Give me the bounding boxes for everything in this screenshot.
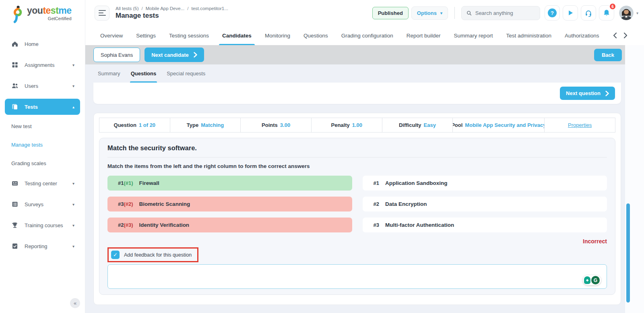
sidebar-item-new-test[interactable]: New test xyxy=(5,119,80,133)
breadcrumb-all-tests[interactable]: All tests (5) xyxy=(116,6,139,11)
tab-scroll-left-button[interactable] xyxy=(613,32,617,39)
back-button[interactable]: Back xyxy=(594,49,622,61)
meta-type: Type Matching xyxy=(170,118,241,132)
menu-icon xyxy=(99,10,106,11)
match-right-item: #2 Data Encryption xyxy=(363,197,607,211)
tab-overview[interactable]: Overview xyxy=(100,26,123,45)
help-button[interactable]: ? xyxy=(545,5,560,21)
subtab-questions[interactable]: Questions xyxy=(131,64,157,83)
sidebar-item-assignments[interactable]: Assignments ▾ xyxy=(5,57,80,73)
search-box xyxy=(461,6,540,20)
tab-authorizations[interactable]: Authorizations xyxy=(565,26,599,45)
question-title: Match the security software. xyxy=(107,144,607,152)
breadcrumb-pool[interactable]: Mobile App Deve... xyxy=(146,6,185,11)
chevron-down-icon: ▾ xyxy=(72,202,74,207)
meta-difficulty: Difficulty Easy xyxy=(382,118,453,132)
sidebar-item-tests[interactable]: Tests ▴ xyxy=(5,99,80,115)
notifications-button[interactable]: 6 xyxy=(599,5,614,21)
menu-toggle-button[interactable] xyxy=(95,6,109,21)
tab-settings[interactable]: Settings xyxy=(136,26,156,45)
tab-monitoring[interactable]: Monitoring xyxy=(265,26,290,45)
sidebar-item-label: New test xyxy=(11,123,32,129)
bell-icon xyxy=(603,9,611,17)
tab-report-builder[interactable]: Report builder xyxy=(407,26,441,45)
sidebar-item-reporting[interactable]: Reporting ▾ xyxy=(5,238,80,254)
chevron-up-icon: ▴ xyxy=(72,105,74,109)
subtab-special-requests[interactable]: Special requests xyxy=(167,64,205,83)
topbar-actions: Published Options ▾ ? xyxy=(372,5,638,21)
sidebar-item-label: Home xyxy=(25,41,39,47)
chevron-right-icon xyxy=(605,91,609,96)
question-meta-bar: Question 1 of 20 Type Matching Points 3.… xyxy=(99,118,615,133)
tab-scroll-right-button[interactable] xyxy=(623,32,628,39)
tests-icon xyxy=(11,103,19,110)
chevron-left-icon xyxy=(613,32,617,39)
brand-subtitle: GetCertified xyxy=(48,16,72,21)
user-menu-chevron-icon[interactable]: ▾ xyxy=(636,11,638,15)
assignments-icon xyxy=(11,61,19,68)
feedback-checkbox[interactable]: ✓ xyxy=(111,251,120,259)
topbar: All tests (5) / Mobile App Deve... / tes… xyxy=(85,0,644,26)
sidebar-item-manage-tests[interactable]: Manage tests xyxy=(5,137,80,152)
brand-me: me xyxy=(58,5,71,16)
properties-link[interactable]: Properties xyxy=(568,122,592,128)
breadcrumb: All tests (5) / Mobile App Deve... / tes… xyxy=(116,6,228,11)
options-button[interactable]: Options ▾ xyxy=(411,6,448,20)
page-title: Manage tests xyxy=(116,12,228,20)
tab-questions[interactable]: Questions xyxy=(303,26,328,45)
status-badge: Published xyxy=(372,7,409,19)
grammarly-icon[interactable]: G xyxy=(591,276,600,284)
breadcrumb-separator: / xyxy=(142,6,143,11)
brand-st: st xyxy=(51,5,58,16)
meta-question: Question 1 of 20 xyxy=(99,118,170,132)
sidebar-collapse-button[interactable]: « xyxy=(70,298,80,308)
avatar-image xyxy=(619,6,634,20)
candidate-name-chip[interactable]: Sophia Evans xyxy=(93,48,140,62)
tab-candidates[interactable]: Candidates xyxy=(222,26,252,45)
user-avatar[interactable] xyxy=(619,6,634,20)
meta-properties: Properties xyxy=(545,118,615,132)
divider xyxy=(107,157,607,158)
chevron-down-icon: ▾ xyxy=(72,63,74,67)
chevron-down-icon: ▾ xyxy=(72,223,74,228)
scrollbar-thumb[interactable] xyxy=(626,203,630,303)
subtab-summary[interactable]: Summary xyxy=(98,64,120,83)
match-right-item: #3 Multi-factor Authentication xyxy=(363,218,607,232)
testing-center-icon xyxy=(11,180,19,187)
sidebar-item-training-courses[interactable]: Training courses ▾ xyxy=(5,217,80,233)
meta-points: Points 3.00 xyxy=(241,118,312,132)
next-question-button[interactable]: Next question xyxy=(560,87,615,100)
answer-result-label: Incorrect xyxy=(107,238,607,245)
headset-icon xyxy=(584,9,592,17)
sidebar-item-users[interactable]: Users ▾ xyxy=(5,78,80,94)
search-input[interactable] xyxy=(475,10,535,16)
feedback-editor: ◆ G xyxy=(107,264,607,289)
scrollbar-track xyxy=(625,45,644,313)
main-area: All tests (5) / Mobile App Deve... / tes… xyxy=(85,0,644,313)
question-nav-card: Next question xyxy=(93,83,621,104)
tutorial-button[interactable] xyxy=(563,5,578,21)
grammarly-suggestion-icon[interactable]: ◆ xyxy=(584,276,590,284)
sidebar-item-grading-scales[interactable]: Grading scales xyxy=(5,156,80,170)
next-candidate-button[interactable]: Next candidate xyxy=(144,48,204,62)
tab-testing-sessions[interactable]: Testing sessions xyxy=(169,26,209,45)
sidebar-item-testing-center[interactable]: Testing center ▾ xyxy=(5,175,80,191)
breadcrumb-test[interactable]: test.competitor1... xyxy=(191,6,228,11)
sidebar: youtestme GetCertified Home Assignments … xyxy=(0,0,85,313)
tab-test-administration[interactable]: Test administration xyxy=(506,26,551,45)
feedback-textarea[interactable] xyxy=(107,264,607,289)
breadcrumb-separator: / xyxy=(187,6,188,11)
sidebar-item-home[interactable]: Home xyxy=(5,36,80,52)
tab-grading-configuration[interactable]: Grading configuration xyxy=(341,26,393,45)
sidebar-item-label: Grading scales xyxy=(11,160,46,166)
feedback-checkbox-label: Add feedback for this question xyxy=(124,252,192,258)
support-button[interactable] xyxy=(581,5,596,21)
tab-scroll-controls xyxy=(609,26,628,45)
sidebar-item-surveys[interactable]: Surveys ▾ xyxy=(5,196,80,212)
notification-count-badge: 6 xyxy=(609,3,616,10)
logo: youtestme GetCertified xyxy=(0,0,85,24)
question-mark-icon: ? xyxy=(548,8,557,17)
sidebar-item-label: Assignments xyxy=(25,62,54,68)
reporting-icon xyxy=(11,243,19,250)
tab-summary-report[interactable]: Summary report xyxy=(454,26,493,45)
